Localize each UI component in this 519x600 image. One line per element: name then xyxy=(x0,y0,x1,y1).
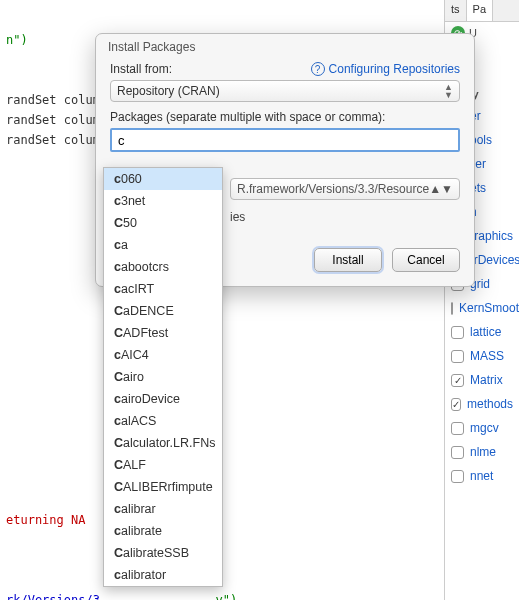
deps-fragment: ies xyxy=(230,210,245,224)
dialog-title: Install Packages xyxy=(96,34,474,56)
autocomplete-item[interactable]: Calculator.LR.FNs xyxy=(104,432,222,454)
package-name[interactable]: methods xyxy=(467,397,513,411)
chevron-updown-icon: ▲▼ xyxy=(444,83,453,99)
autocomplete-item[interactable]: CalibrateSSB xyxy=(104,542,222,564)
autocomplete-item[interactable]: CALF xyxy=(104,454,222,476)
chevron-updown-icon: ▲▼ xyxy=(429,182,453,196)
autocomplete-item[interactable]: cairoDevice xyxy=(104,388,222,410)
install-button[interactable]: Install xyxy=(314,248,382,272)
select-value: Repository (CRAN) xyxy=(117,84,220,98)
package-name[interactable]: nlme xyxy=(470,445,496,459)
autocomplete-item[interactable]: C50 xyxy=(104,212,222,234)
package-row[interactable]: nlme xyxy=(445,440,519,464)
install-from-select[interactable]: Repository (CRAN) ▲▼ xyxy=(110,80,460,102)
panel-tabs: ts Pa xyxy=(445,0,519,22)
package-checkbox[interactable] xyxy=(451,350,464,363)
install-to-path: R.framework/Versions/3.3/Resources/lib xyxy=(237,182,429,196)
package-row[interactable]: Matrix xyxy=(445,368,519,392)
package-checkbox[interactable] xyxy=(451,446,464,459)
code-text: randSet colum xyxy=(6,93,100,107)
packages-input[interactable] xyxy=(110,128,460,152)
autocomplete-popup: c060c3netC50cacabootcrscacIRTCaDENCECADF… xyxy=(103,167,223,587)
package-checkbox[interactable] xyxy=(451,302,453,315)
package-row[interactable]: KernSmooth xyxy=(445,296,519,320)
autocomplete-item[interactable]: ca xyxy=(104,234,222,256)
help-icon: ? xyxy=(311,62,325,76)
package-checkbox[interactable] xyxy=(451,470,464,483)
tab-plots[interactable]: ts xyxy=(445,0,467,21)
package-row[interactable]: lattice xyxy=(445,320,519,344)
configuring-repositories-link[interactable]: ? Configuring Repositories xyxy=(311,62,460,76)
package-row[interactable]: MASS xyxy=(445,344,519,368)
package-name[interactable]: Matrix xyxy=(470,373,503,387)
autocomplete-item[interactable]: callr xyxy=(104,586,222,587)
autocomplete-item[interactable]: calACS xyxy=(104,410,222,432)
autocomplete-item[interactable]: CaDENCE xyxy=(104,300,222,322)
link-text: Configuring Repositories xyxy=(329,62,460,76)
code-text: randSet colum xyxy=(6,133,100,147)
cancel-button[interactable]: Cancel xyxy=(392,248,460,272)
autocomplete-item[interactable]: CADFtest xyxy=(104,322,222,344)
autocomplete-item[interactable]: cabootcrs xyxy=(104,256,222,278)
package-name[interactable]: lattice xyxy=(470,325,501,339)
autocomplete-item[interactable]: cAIC4 xyxy=(104,344,222,366)
autocomplete-item[interactable]: c060 xyxy=(104,168,222,190)
package-name[interactable]: nnet xyxy=(470,469,493,483)
code-text: randSet colum xyxy=(6,113,100,127)
package-checkbox[interactable] xyxy=(451,398,461,411)
autocomplete-item[interactable]: calibrar xyxy=(104,498,222,520)
autocomplete-item[interactable]: cacIRT xyxy=(104,278,222,300)
tab-packages[interactable]: Pa xyxy=(467,0,493,21)
install-from-label: Install from: xyxy=(110,62,172,76)
package-name[interactable]: KernSmooth xyxy=(459,301,519,315)
install-to-select[interactable]: R.framework/Versions/3.3/Resources/lib ▲… xyxy=(230,178,460,200)
autocomplete-item[interactable]: calibrate xyxy=(104,520,222,542)
package-row[interactable]: nnet xyxy=(445,464,519,488)
code-text: n") xyxy=(6,33,28,47)
package-row[interactable]: mgcv xyxy=(445,416,519,440)
package-name[interactable]: MASS xyxy=(470,349,504,363)
package-checkbox[interactable] xyxy=(451,374,464,387)
package-checkbox[interactable] xyxy=(451,422,464,435)
packages-label: Packages (separate multiple with space o… xyxy=(110,110,460,124)
warning-text: eturning NA xyxy=(6,513,85,527)
code-text: y") xyxy=(216,593,238,600)
autocomplete-item[interactable]: c3net xyxy=(104,190,222,212)
autocomplete-item[interactable]: CALIBERrfimpute xyxy=(104,476,222,498)
package-row[interactable]: methods xyxy=(445,392,519,416)
autocomplete-item[interactable]: calibrator xyxy=(104,564,222,586)
autocomplete-item[interactable]: Cairo xyxy=(104,366,222,388)
package-name[interactable]: mgcv xyxy=(470,421,499,435)
code-path: rk/Versions/3. xyxy=(6,593,107,600)
package-checkbox[interactable] xyxy=(451,326,464,339)
